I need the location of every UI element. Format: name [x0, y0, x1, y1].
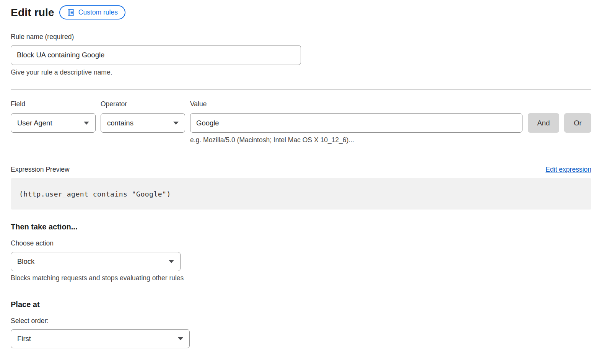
field-select[interactable]: User Agent: [11, 113, 96, 133]
custom-rules-badge-label: Custom rules: [78, 8, 118, 16]
builder-labels: Field Operator Value: [11, 100, 591, 108]
operator-select-value: contains: [107, 119, 133, 127]
action-helper: Blocks matching requests and stops evalu…: [11, 274, 591, 282]
book-icon: [67, 8, 75, 16]
choose-action-label: Choose action: [11, 239, 591, 247]
edit-rule-page: Edit rule Custom rules Rule name (requir…: [0, 0, 607, 364]
action-heading: Then take action...: [11, 223, 591, 231]
action-select-value: Block: [17, 257, 34, 266]
select-order-label: Select order:: [11, 317, 591, 325]
caret-down-icon: [178, 337, 183, 340]
value-label: Value: [190, 100, 591, 108]
rule-name-helper: Give your rule a descriptive name.: [11, 68, 591, 76]
place-at-heading: Place at: [11, 300, 591, 309]
operator-select[interactable]: contains: [101, 113, 185, 133]
action-select[interactable]: Block: [11, 252, 181, 271]
builder-controls: User Agent contains And Or: [11, 113, 591, 133]
rule-name-input[interactable]: [11, 45, 301, 65]
expression-preview-header: Expression Preview Edit expression: [11, 166, 591, 174]
caret-down-icon: [84, 122, 89, 125]
rule-name-label: Rule name (required): [11, 33, 591, 41]
order-select[interactable]: First: [11, 329, 190, 348]
field-select-value: User Agent: [17, 119, 52, 127]
or-button[interactable]: Or: [564, 113, 591, 133]
expression-preview-label: Expression Preview: [11, 166, 70, 174]
section-divider: [11, 89, 591, 90]
value-example-helper: e.g. Mozilla/5.0 (Macintosh; Intel Mac O…: [190, 136, 591, 144]
value-input[interactable]: [190, 113, 522, 133]
custom-rules-badge[interactable]: Custom rules: [59, 5, 125, 20]
expression-preview-box: (http.user_agent contains "Google"): [11, 178, 591, 210]
expression-code: (http.user_agent contains "Google"): [19, 190, 171, 198]
header: Edit rule Custom rules: [11, 5, 591, 20]
operator-label: Operator: [101, 100, 190, 108]
edit-expression-link[interactable]: Edit expression: [545, 166, 591, 174]
and-button[interactable]: And: [528, 113, 559, 133]
field-label: Field: [11, 100, 101, 108]
caret-down-icon: [169, 260, 174, 263]
page-title: Edit rule: [11, 6, 54, 19]
caret-down-icon: [173, 122, 179, 125]
order-select-value: First: [17, 335, 31, 343]
